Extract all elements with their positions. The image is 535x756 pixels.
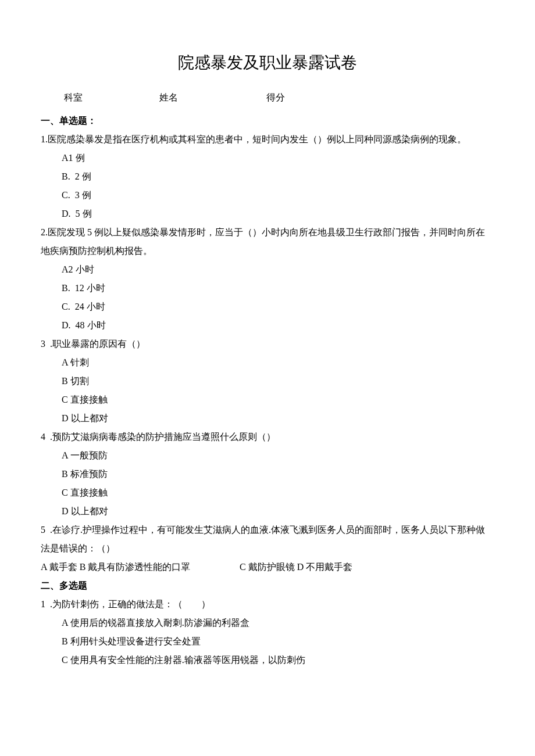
q2-option-b: B. 12 小时: [41, 279, 494, 298]
q1-option-c: C. 3 例: [41, 186, 494, 205]
q3-stem: 3 .职业暴露的原因有（）: [41, 335, 494, 353]
q3-option-a: A 针刺: [41, 353, 494, 372]
q1-option-a: A1 例: [41, 149, 494, 167]
q4-option-b: B 标准预防: [41, 465, 494, 483]
q4-stem: 4 .预防艾滋病病毒感染的防护措施应当遵照什么原则（）: [41, 428, 494, 446]
section2-header: 二、多选题: [41, 576, 494, 595]
s2-q1-option-a: A 使用后的锐器直接放入耐刺.防渗漏的利器盒: [41, 614, 494, 632]
q5-option-cd: C 戴防护眼镜 D 不用戴手套: [240, 562, 352, 572]
q3-option-b: B 切割: [41, 372, 494, 390]
q5-options-row: A 戴手套 B 戴具有防渗透性能的口罩 C 戴防护眼镜 D 不用戴手套: [41, 558, 494, 576]
q2-option-c: C. 24 小时: [41, 298, 494, 316]
q2-stem-line2: 地疾病预防控制机构报告。: [41, 242, 494, 260]
info-row: 科室 姓名 得分: [41, 88, 494, 107]
q5-option-ab: A 戴手套 B 戴具有防渗透性能的口罩: [41, 558, 233, 576]
s2-q1-option-b: B 利用针头处理设备进行安全处置: [41, 632, 494, 651]
q5-stem-line2: 法是错误的：（）: [41, 539, 494, 558]
info-dept-label: 科室: [64, 88, 157, 107]
q4-option-c: C 直接接触: [41, 483, 494, 502]
q1-option-d: D. 5 例: [41, 205, 494, 223]
info-score-label: 得分: [266, 88, 285, 107]
page-title: 院感暴发及职业暴露试卷: [41, 46, 494, 79]
q1-stem: 1.医院感染暴发是指在医疗机构或其科室的患者中，短时间内发生（）例以上同种同源感…: [41, 130, 494, 149]
section1-header: 一、单选题：: [41, 112, 494, 130]
q3-option-c: C 直接接触: [41, 390, 494, 409]
q2-option-d: D. 48 小时: [41, 316, 494, 335]
q4-option-a: A 一般预防: [41, 446, 494, 465]
s2-q1-stem: 1 .为防针刺伤，正确的做法是：（ ）: [41, 595, 494, 614]
q1-option-b: B. 2 例: [41, 167, 494, 186]
q2-option-a: A2 小时: [41, 260, 494, 279]
info-name-label: 姓名: [159, 88, 264, 107]
q5-stem-line1: 5 .在诊疗.护理操作过程中，有可能发生艾滋病人的血液.体液飞溅到医务人员的面部…: [41, 521, 494, 539]
s2-q1-option-c: C 使用具有安全性能的注射器.输液器等医用锐器，以防刺伤: [41, 651, 494, 669]
q3-option-d: D 以上都对: [41, 409, 494, 428]
q4-option-d: D 以上都对: [41, 502, 494, 521]
q2-stem-line1: 2.医院发现 5 例以上疑似感染暴发情形时，应当于（）小时内向所在地县级卫生行政…: [41, 223, 494, 242]
